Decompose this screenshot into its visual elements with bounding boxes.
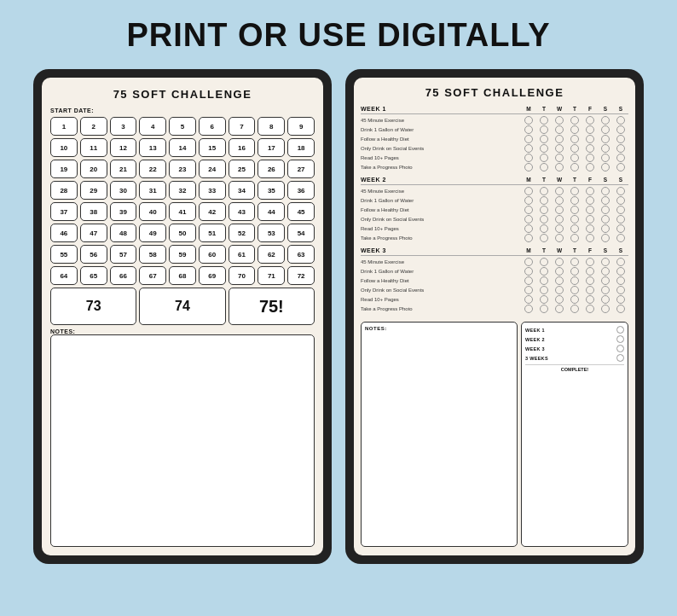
check-circle[interactable] xyxy=(524,305,533,313)
check-circle[interactable] xyxy=(540,196,548,205)
check-circle[interactable] xyxy=(570,206,579,214)
check-circle[interactable] xyxy=(555,276,564,285)
check-circle[interactable] xyxy=(570,286,579,294)
notes-textarea-left[interactable] xyxy=(55,339,310,386)
check-circle[interactable] xyxy=(586,305,594,313)
check-circle[interactable] xyxy=(540,234,548,242)
check-circle[interactable] xyxy=(586,163,594,171)
check-circle[interactable] xyxy=(616,305,625,313)
check-circle[interactable] xyxy=(555,286,564,294)
check-circle[interactable] xyxy=(555,206,564,214)
check-circle[interactable] xyxy=(601,276,610,285)
check-circle[interactable] xyxy=(570,224,579,233)
check-circle[interactable] xyxy=(524,154,533,162)
check-circle[interactable] xyxy=(601,144,610,153)
check-circle[interactable] xyxy=(524,187,533,195)
check-circle[interactable] xyxy=(601,234,610,242)
check-circle[interactable] xyxy=(540,224,548,233)
check-circle[interactable] xyxy=(540,163,548,171)
check-circle[interactable] xyxy=(540,116,548,125)
check-circle[interactable] xyxy=(616,187,625,195)
check-circle[interactable] xyxy=(524,234,533,242)
check-circle[interactable] xyxy=(586,258,594,266)
check-circle[interactable] xyxy=(570,154,579,162)
summary-circle[interactable] xyxy=(616,345,624,352)
check-circle[interactable] xyxy=(586,125,594,134)
check-circle[interactable] xyxy=(524,295,533,304)
check-circle[interactable] xyxy=(616,196,625,205)
check-circle[interactable] xyxy=(601,196,610,205)
check-circle[interactable] xyxy=(601,286,610,294)
check-circle[interactable] xyxy=(524,144,533,153)
check-circle[interactable] xyxy=(555,258,564,266)
check-circle[interactable] xyxy=(555,267,564,276)
check-circle[interactable] xyxy=(601,295,610,304)
check-circle[interactable] xyxy=(586,286,594,294)
check-circle[interactable] xyxy=(540,135,548,143)
check-circle[interactable] xyxy=(540,125,548,134)
check-circle[interactable] xyxy=(601,215,610,224)
check-circle[interactable] xyxy=(540,267,548,276)
summary-circle[interactable] xyxy=(616,326,624,334)
check-circle[interactable] xyxy=(570,116,579,125)
check-circle[interactable] xyxy=(524,196,533,205)
check-circle[interactable] xyxy=(586,215,594,224)
check-circle[interactable] xyxy=(570,135,579,143)
check-circle[interactable] xyxy=(601,206,610,214)
check-circle[interactable] xyxy=(524,224,533,233)
check-circle[interactable] xyxy=(586,276,594,285)
check-circle[interactable] xyxy=(586,196,594,205)
check-circle[interactable] xyxy=(540,206,548,214)
check-circle[interactable] xyxy=(570,125,579,134)
check-circle[interactable] xyxy=(540,295,548,304)
check-circle[interactable] xyxy=(586,116,594,125)
summary-circle[interactable] xyxy=(616,354,624,362)
notes-box-left[interactable] xyxy=(50,334,315,547)
check-circle[interactable] xyxy=(586,206,594,214)
check-circle[interactable] xyxy=(570,258,579,266)
check-circle[interactable] xyxy=(570,187,579,195)
check-circle[interactable] xyxy=(616,267,625,276)
check-circle[interactable] xyxy=(524,116,533,125)
check-circle[interactable] xyxy=(616,206,625,214)
check-circle[interactable] xyxy=(570,163,579,171)
check-circle[interactable] xyxy=(540,215,548,224)
check-circle[interactable] xyxy=(601,125,610,134)
check-circle[interactable] xyxy=(586,135,594,143)
check-circle[interactable] xyxy=(616,258,625,266)
check-circle[interactable] xyxy=(555,154,564,162)
check-circle[interactable] xyxy=(524,276,533,285)
check-circle[interactable] xyxy=(601,224,610,233)
check-circle[interactable] xyxy=(555,187,564,195)
check-circle[interactable] xyxy=(555,196,564,205)
check-circle[interactable] xyxy=(555,234,564,242)
summary-circle[interactable] xyxy=(616,335,624,343)
check-circle[interactable] xyxy=(616,286,625,294)
check-circle[interactable] xyxy=(524,286,533,294)
check-circle[interactable] xyxy=(616,135,625,143)
check-circle[interactable] xyxy=(601,305,610,313)
check-circle[interactable] xyxy=(586,267,594,276)
check-circle[interactable] xyxy=(616,215,625,224)
check-circle[interactable] xyxy=(616,116,625,125)
check-circle[interactable] xyxy=(616,125,625,134)
check-circle[interactable] xyxy=(570,305,579,313)
check-circle[interactable] xyxy=(524,125,533,134)
check-circle[interactable] xyxy=(601,267,610,276)
check-circle[interactable] xyxy=(570,267,579,276)
notes-textarea-right[interactable] xyxy=(365,333,513,367)
check-circle[interactable] xyxy=(570,144,579,153)
check-circle[interactable] xyxy=(555,125,564,134)
check-circle[interactable] xyxy=(601,163,610,171)
check-circle[interactable] xyxy=(540,187,548,195)
check-circle[interactable] xyxy=(601,258,610,266)
check-circle[interactable] xyxy=(540,276,548,285)
check-circle[interactable] xyxy=(586,144,594,153)
check-circle[interactable] xyxy=(555,116,564,125)
check-circle[interactable] xyxy=(586,154,594,162)
check-circle[interactable] xyxy=(524,206,533,214)
check-circle[interactable] xyxy=(555,144,564,153)
check-circle[interactable] xyxy=(586,234,594,242)
check-circle[interactable] xyxy=(616,154,625,162)
check-circle[interactable] xyxy=(555,295,564,304)
